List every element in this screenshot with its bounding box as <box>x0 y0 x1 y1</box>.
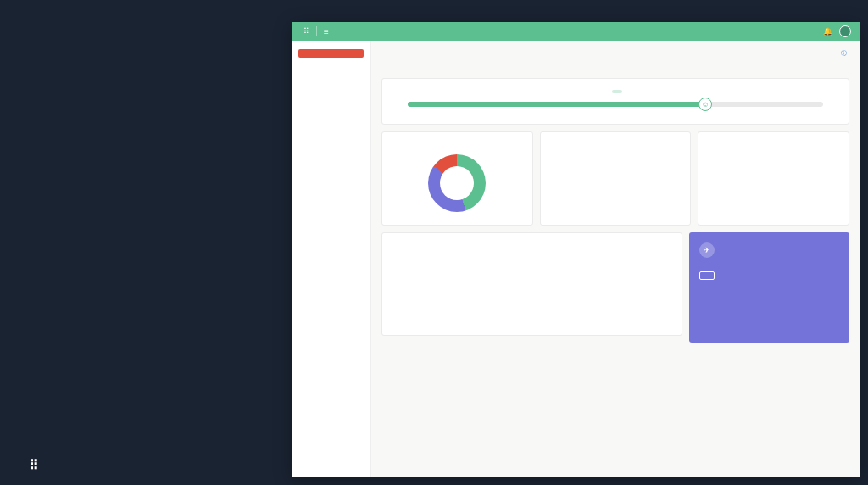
slide-brand-logo: ⠿ <box>24 457 40 473</box>
compose-button[interactable] <box>298 49 364 58</box>
sentiment-card: ☺ <box>381 78 849 125</box>
total-conversations <box>669 242 671 251</box>
topbar: ⠿ ≡ 🔔 <box>292 22 860 41</box>
app-window: ⠿ ≡ 🔔 ⓘ <box>292 22 860 477</box>
outcomes-donut-chart <box>428 154 486 212</box>
feeling-pill <box>612 90 622 93</box>
paw-icon: ⠿ <box>29 457 40 473</box>
main-content: ⓘ ☺ <box>371 41 860 477</box>
sidebar <box>292 41 371 477</box>
conversations-card <box>381 232 682 336</box>
sentiment-summary <box>392 87 838 95</box>
breadcrumb-menu-icon[interactable]: ≡ <box>324 27 329 36</box>
smile-icon: ☺ <box>698 98 712 111</box>
divider <box>316 26 317 36</box>
sentiment-bar: ☺ <box>408 102 823 107</box>
bell-icon[interactable]: 🔔 <box>823 27 832 36</box>
cta-card: ✈ <box>689 232 849 343</box>
info-icon: ⓘ <box>841 49 847 58</box>
topics-card <box>698 131 849 226</box>
quick-tips-link[interactable]: ⓘ <box>841 49 849 58</box>
avatar[interactable] <box>839 25 851 37</box>
send-icon: ✈ <box>699 242 715 258</box>
contacts-conversing-card <box>540 131 692 226</box>
schedule-call-button[interactable] <box>699 271 715 280</box>
paw-icon: ⠿ <box>303 27 309 36</box>
contacts-bar-chart <box>551 146 681 205</box>
outcomes-card <box>381 131 533 226</box>
conversations-area-chart <box>392 254 671 324</box>
